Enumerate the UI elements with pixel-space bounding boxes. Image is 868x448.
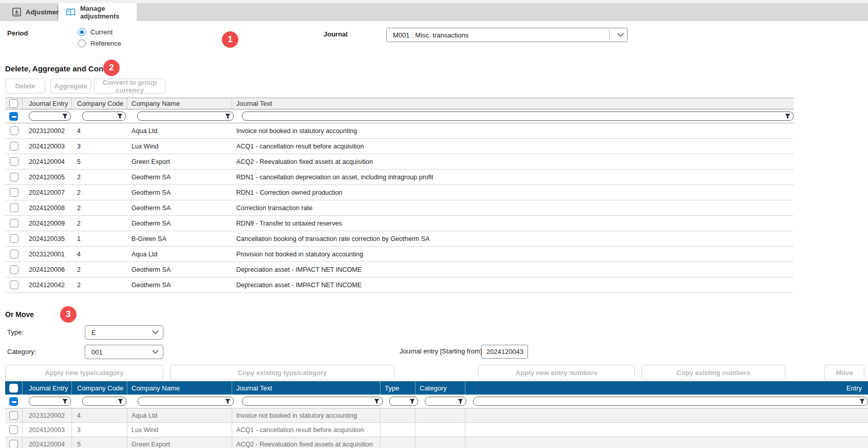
company-name-cell: Lux Wind xyxy=(127,139,232,154)
journal-text-cell: RDN1 - Correction owned production xyxy=(232,185,794,200)
convert-to-group-currency-button[interactable]: Convert to group currency xyxy=(94,79,165,94)
column-header-journal-entry[interactable]: Journal Entry xyxy=(23,381,72,395)
row-checkbox[interactable] xyxy=(10,188,18,197)
tab-manage-adjustments[interactable]: Manage adjustments xyxy=(59,3,137,21)
journal-entry-cell: 2024120008 xyxy=(23,200,72,215)
category-cell xyxy=(416,423,465,437)
radio-period-current[interactable]: Current xyxy=(78,28,112,36)
column-header-category[interactable]: Category xyxy=(416,381,465,395)
indeterminate-checkbox[interactable] xyxy=(9,112,18,121)
journal-entry-cell: 2024120003 xyxy=(23,139,72,154)
move-buttons-row: Apply new type/category Copy existing ty… xyxy=(0,365,868,381)
filter-company-code[interactable] xyxy=(82,111,126,121)
column-header-journal-text[interactable]: Journal Text xyxy=(232,381,381,395)
row-checkbox[interactable] xyxy=(10,126,18,135)
journal-entry-cell: 2023120002 xyxy=(23,123,72,138)
journal-entry-cell: 2024120007 xyxy=(23,185,72,200)
column-header-journal-entry[interactable]: Journal Entry xyxy=(23,98,72,109)
chevron-down-icon[interactable] xyxy=(614,33,627,37)
row-checkbox[interactable] xyxy=(10,142,18,151)
copy-existing-type-category-button[interactable]: Copy existing type/category xyxy=(170,365,394,380)
company-code-cell: 4 xyxy=(72,247,127,262)
filter-journal-text[interactable] xyxy=(242,111,794,121)
indeterminate-checkbox[interactable] xyxy=(9,397,18,406)
table-row[interactable]: 2024120042 2 Geotherm SA Depreciation as… xyxy=(5,277,794,293)
filter-journal-entry[interactable] xyxy=(29,111,71,121)
table-row[interactable]: 2023120002 4 Aqua Ltd Invoice not booked… xyxy=(5,123,794,139)
filter-type[interactable] xyxy=(389,397,418,406)
copy-existing-numbers-button[interactable]: Copy existing numbers xyxy=(641,365,785,380)
apply-new-type-category-button[interactable]: Apply new type/category xyxy=(5,365,163,380)
table-body: 2023120002 4 Aqua Ltd Invoice not booked… xyxy=(5,123,794,293)
journal-entry-cell: 2024120009 xyxy=(23,216,72,231)
row-checkbox[interactable] xyxy=(10,157,18,166)
filter-journal-text[interactable] xyxy=(242,397,382,406)
column-header-company-code[interactable]: Company Code xyxy=(72,98,127,109)
filter-journal-entry[interactable] xyxy=(29,397,71,406)
filter-category[interactable] xyxy=(425,397,467,406)
table-row[interactable]: 2024120003 3 Lux Wind ACQ1 - cancellatio… xyxy=(5,423,868,437)
journal-entry-starting-from-input[interactable] xyxy=(481,345,528,359)
filter-company-name[interactable] xyxy=(137,111,233,121)
journal-text-cell: Provision not booked in statutory accoun… xyxy=(232,247,794,262)
table-row[interactable]: 2024120007 2 Geotherm SA RDN1 - Correcti… xyxy=(5,185,794,200)
column-header-journal-text[interactable]: Journal Text xyxy=(232,98,794,109)
adjustments-icon xyxy=(12,8,21,16)
journal-select[interactable]: M001 : Misc. transactions xyxy=(386,28,628,42)
company-name-cell: Lux Wind xyxy=(127,423,232,437)
select-all-checkbox[interactable] xyxy=(9,384,18,393)
row-checkbox[interactable] xyxy=(10,250,18,258)
table-row[interactable]: 2024120006 2 Geotherm SA Depreciation as… xyxy=(5,262,794,277)
journal-text-cell: ACQ1 - cancellation result before acquis… xyxy=(232,139,794,154)
table-row[interactable]: 2024120009 2 Geotherm SA RDN9 - Transfer… xyxy=(5,216,794,231)
journal-text-cell: Cancellation booking of transaction rate… xyxy=(232,231,794,246)
row-checkbox[interactable] xyxy=(9,425,18,434)
journal-text-cell: Invoice not booked in statutory accounti… xyxy=(232,123,794,138)
journal-select-value: M001 : Misc. transactions xyxy=(387,31,609,39)
type-select[interactable]: E xyxy=(85,325,163,340)
table-row[interactable]: 2024120005 2 Geotherm SA RDN1 - cancella… xyxy=(5,170,794,185)
table-row[interactable]: 2024120003 3 Lux Wind ACQ1 - cancellatio… xyxy=(5,139,794,154)
column-header-entry[interactable]: Entry xyxy=(465,381,868,395)
column-header-company-code[interactable]: Company Code xyxy=(72,381,127,395)
apply-new-entry-numbers-button[interactable]: Apply new entry numbers xyxy=(478,365,635,380)
radio-reference-label: Reference xyxy=(90,40,121,47)
column-header-type[interactable]: Type xyxy=(381,381,416,395)
category-select-value: 001 xyxy=(85,348,147,356)
delete-button[interactable]: Delete xyxy=(5,79,45,94)
row-checkbox[interactable] xyxy=(10,219,18,228)
table-row[interactable]: 2023120001 4 Aqua Ltd Provision not book… xyxy=(5,247,794,262)
table-row[interactable]: 2024120008 2 Geotherm SA Correction tran… xyxy=(5,200,794,216)
journal-text-cell: Depreciation asset - IMPACT NET INCOME xyxy=(232,277,794,292)
tab-adjustments[interactable]: Adjustments xyxy=(5,3,58,21)
tab-label: Manage adjustments xyxy=(80,5,129,20)
row-checkbox[interactable] xyxy=(9,411,18,420)
row-checkbox[interactable] xyxy=(10,234,18,243)
table-row[interactable]: 2024120035 1 B-Green SA Cancellation boo… xyxy=(5,231,794,247)
aggregate-button[interactable]: Aggregate xyxy=(50,79,91,94)
company-name-cell: Geotherm SA xyxy=(127,262,232,277)
category-select[interactable]: 001 xyxy=(85,345,163,359)
journal-text-cell: RDN9 - Transfer to untaxed reserves xyxy=(232,216,794,231)
table-row[interactable]: 2024120004 5 Green Export ACQ2 - Reevalu… xyxy=(5,154,794,170)
row-checkbox[interactable] xyxy=(10,281,18,289)
period-label: Period xyxy=(7,29,28,37)
filter-company-name[interactable] xyxy=(138,397,234,406)
row-checkbox[interactable] xyxy=(10,173,18,181)
filter-company-code[interactable] xyxy=(82,397,126,406)
column-header-company-name[interactable]: Company Name xyxy=(127,381,232,395)
category-cell xyxy=(416,437,465,448)
column-header-company-name[interactable]: Company Name xyxy=(127,98,232,109)
select-all-checkbox[interactable] xyxy=(9,99,18,108)
table-row[interactable]: 2024120004 5 Green Export ACQ2 - Reevalu… xyxy=(5,437,868,448)
filter-entry[interactable] xyxy=(473,397,868,406)
table-row[interactable]: 2023120002 4 Aqua Ltd Invoice not booked… xyxy=(5,408,868,423)
row-checkbox[interactable] xyxy=(10,265,18,274)
move-button[interactable]: Move xyxy=(824,365,864,380)
company-code-cell: 1 xyxy=(72,231,127,246)
row-checkbox[interactable] xyxy=(10,203,18,212)
company-name-cell: Aqua Ltd xyxy=(127,408,232,422)
delete-aggregate-section-header: Delete, Aggregate and Convert Delete Agg… xyxy=(0,57,868,98)
row-checkbox[interactable] xyxy=(9,440,18,448)
radio-period-reference[interactable]: Reference xyxy=(78,40,121,47)
